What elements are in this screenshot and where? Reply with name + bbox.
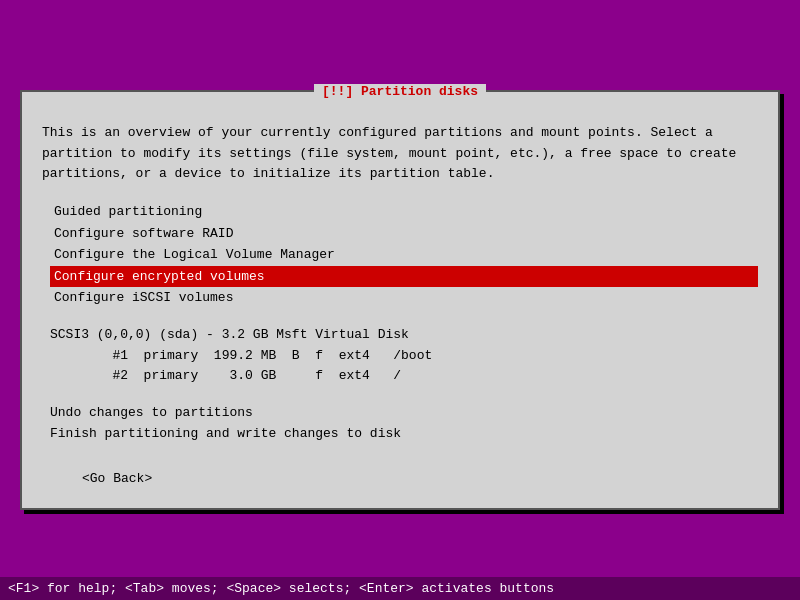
screen-wrapper: [!!] Partition disks This is an overview… [0,0,800,600]
menu-list: Guided partitioningConfigure software RA… [42,201,758,309]
dialog-content: This is an overview of your currently co… [22,107,778,508]
menu-item-guided-partitioning[interactable]: Guided partitioning [50,201,758,223]
status-bar: <F1> for help; <Tab> moves; <Space> sele… [0,577,800,600]
disk-info: SCSI3 (0,0,0) (sda) - 3.2 GB Msft Virtua… [42,325,758,387]
go-back-button[interactable]: <Go Back> [82,469,152,489]
description-text: This is an overview of your currently co… [42,123,758,185]
menu-item-configure-iscsi[interactable]: Configure iSCSI volumes [50,287,758,309]
action-item-undo-changes[interactable]: Undo changes to partitions [50,403,758,424]
partition-line[interactable]: #1 primary 199.2 MB B f ext4 /boot [50,346,758,367]
partition-line[interactable]: #2 primary 3.0 GB f ext4 / [50,366,758,387]
dialog-title: [!!] Partition disks [314,84,486,99]
dialog-box: [!!] Partition disks This is an overview… [20,90,780,510]
disk-header: SCSI3 (0,0,0) (sda) - 3.2 GB Msft Virtua… [50,325,758,346]
action-items: Undo changes to partitionsFinish partiti… [42,403,758,445]
menu-item-configure-lvm[interactable]: Configure the Logical Volume Manager [50,244,758,266]
action-item-finish-partitioning[interactable]: Finish partitioning and write changes to… [50,424,758,445]
title-bar-line-left [30,91,314,92]
menu-item-configure-encrypted-volumes[interactable]: Configure encrypted volumes [50,266,758,288]
menu-item-configure-software-raid[interactable]: Configure software RAID [50,223,758,245]
title-bar-line-right [486,91,770,92]
title-bar: [!!] Partition disks [22,80,778,103]
